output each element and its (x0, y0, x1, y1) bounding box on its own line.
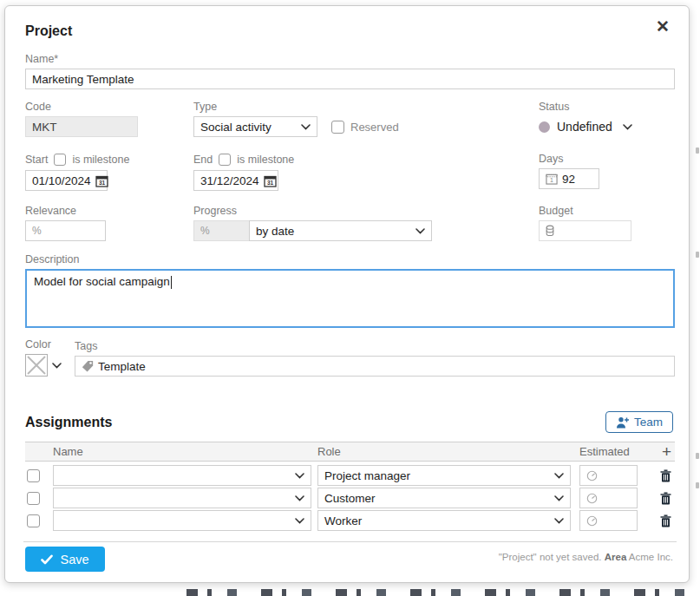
role-select[interactable]: Project manager (317, 465, 571, 486)
coins-icon (546, 225, 554, 237)
end-milestone-label: is milestone (237, 154, 294, 166)
code-input: MKT (25, 116, 138, 137)
assignments-table: Name Role Estimated + Project manager (25, 442, 675, 531)
percent-icon: % (32, 225, 42, 237)
progress-input: % (193, 220, 250, 241)
start-date-value: 01/10/2024 (32, 174, 91, 187)
assignee-select[interactable] (53, 465, 311, 486)
description-textarea[interactable]: Model for social campaign (25, 269, 675, 328)
chevron-down-icon (623, 124, 632, 130)
chevron-down-icon (554, 518, 564, 524)
role-value: Project manager (324, 469, 410, 482)
delete-row-icon[interactable] (660, 514, 671, 527)
color-swatch-none[interactable] (25, 354, 48, 377)
chevron-down-icon (554, 473, 564, 479)
status-note: "Project" not yet saved. Area Acme Inc. (499, 552, 673, 562)
type-select[interactable]: Social activity (193, 116, 317, 137)
company-name: Acme Inc. (629, 552, 673, 562)
chevron-down-icon (415, 228, 425, 234)
status-value: Undefined (557, 120, 612, 134)
save-button[interactable]: Save (25, 547, 105, 572)
assignee-select[interactable] (53, 488, 311, 508)
role-value: Customer (324, 492, 376, 505)
calendar-day-text: 31 (266, 180, 273, 186)
description-label: Description (25, 253, 673, 265)
background-artifact (696, 252, 699, 258)
background-artifact (696, 482, 699, 488)
clock-icon (586, 470, 598, 481)
end-date-value: 31/12/2024 (200, 174, 259, 187)
tags-input[interactable]: Template (75, 356, 675, 377)
budget-input[interactable] (539, 220, 631, 241)
end-date-input[interactable]: 31/12/2024 31 (193, 170, 278, 191)
row-checkbox[interactable] (27, 469, 40, 482)
tag-icon (82, 360, 94, 372)
reserved-label: Reserved (350, 121, 399, 134)
table-row: Worker (25, 510, 675, 531)
start-date-input[interactable]: 01/10/2024 31 (25, 170, 108, 191)
chevron-down-icon (295, 473, 304, 479)
progress-label: Progress (193, 205, 539, 217)
page-title: Project (25, 23, 673, 39)
estimated-input[interactable] (579, 510, 638, 531)
add-row-icon[interactable]: + (662, 443, 671, 460)
days-value: 92 (562, 173, 575, 186)
progress-mode-value: by date (256, 225, 294, 238)
description-value: Model for social campaign (34, 275, 170, 288)
progress-mode-select[interactable]: by date (249, 220, 432, 241)
chevron-down-icon (301, 124, 311, 130)
name-input[interactable]: Marketing Template (25, 69, 675, 89)
calendar-day-text: 1 (550, 177, 553, 183)
start-label: Start (25, 154, 48, 166)
delete-row-icon[interactable] (660, 469, 671, 482)
add-person-icon (616, 416, 630, 429)
type-label: Type (193, 101, 317, 113)
background-artifact (696, 147, 699, 154)
table-row: Project manager (25, 465, 675, 486)
table-row: Customer (25, 488, 675, 508)
column-header-name: Name (53, 445, 311, 458)
estimated-input[interactable] (579, 465, 638, 486)
chevron-down-icon[interactable] (52, 363, 62, 369)
row-checkbox[interactable] (27, 492, 40, 505)
code-label: Code (25, 101, 193, 113)
reserved-checkbox[interactable] (331, 121, 344, 134)
relevance-label: Relevance (25, 205, 193, 217)
budget-label: Budget (539, 205, 673, 217)
row-checkbox[interactable] (27, 514, 40, 527)
save-button-label: Save (60, 553, 88, 567)
relevance-input[interactable]: % (25, 220, 106, 241)
clock-icon (586, 515, 598, 527)
end-label: End (193, 154, 213, 166)
calendar-single-day-icon: 1 (546, 173, 558, 185)
tag-chip[interactable]: Template (98, 360, 146, 373)
days-label: Days (539, 153, 673, 165)
calendar-icon[interactable]: 31 (95, 174, 108, 187)
chevron-down-icon (295, 518, 304, 524)
checkmark-icon (41, 554, 53, 565)
team-button[interactable]: Team (605, 411, 673, 433)
days-input[interactable]: 1 92 (539, 168, 599, 189)
estimated-input[interactable] (579, 488, 638, 508)
assignee-select[interactable] (53, 510, 311, 531)
name-label: Name* (25, 53, 673, 65)
project-dialog: Project ✕ Name* Marketing Template Code … (4, 5, 690, 583)
role-select[interactable]: Customer (317, 488, 571, 508)
start-milestone-label: is milestone (72, 154, 129, 166)
color-label: Color (25, 338, 75, 350)
code-value: MKT (32, 121, 57, 134)
name-value: Marketing Template (32, 73, 134, 86)
status-label: Status (539, 101, 673, 113)
calendar-icon[interactable]: 31 (264, 174, 277, 187)
close-icon[interactable]: ✕ (656, 18, 670, 35)
start-milestone-checkbox[interactable] (54, 154, 66, 166)
background-artifact (186, 589, 700, 596)
role-select[interactable]: Worker (317, 510, 571, 531)
unsaved-text: "Project" not yet saved. (499, 552, 602, 562)
delete-row-icon[interactable] (660, 492, 671, 505)
chevron-down-icon (554, 495, 564, 501)
area-label: Area (605, 552, 627, 562)
status-select[interactable]: Undefined (539, 116, 673, 137)
end-milestone-checkbox[interactable] (219, 154, 231, 166)
assignments-title: Assignments (25, 415, 112, 430)
